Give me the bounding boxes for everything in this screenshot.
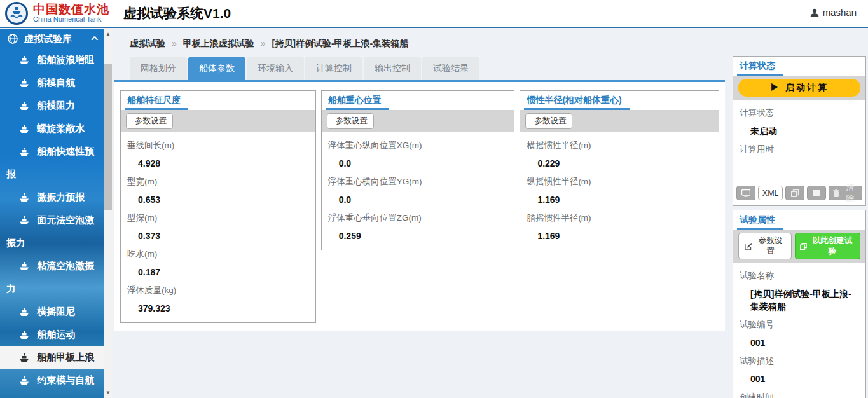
ship-icon	[19, 216, 29, 225]
sidebar-root-library[interactable]: 虚拟试验库 ^	[0, 29, 104, 48]
field-label: 型深(m)	[127, 212, 309, 224]
sidebar-item-label: 船舶波浪增阻	[37, 54, 94, 65]
sidebar-item-label: 船舶甲板上浪	[37, 352, 94, 362]
props-settings-button[interactable]: 参数设置	[738, 233, 792, 259]
field-row: 浮体质量(kg) 379.323	[127, 284, 309, 315]
main-area: 虚拟试验»甲板上浪虚拟试验»[拷贝]样例试验-甲板上浪-集装箱船 网格划分船体参…	[113, 29, 868, 398]
create-from-this-button[interactable]: 以此创建试验	[795, 233, 860, 259]
field-value	[750, 161, 859, 174]
props-settings-label: 参数设置	[755, 235, 785, 257]
calc-status-toolbar: ▶ 启动计算	[733, 76, 865, 100]
sidebar-item-1[interactable]: 船模自航	[0, 71, 104, 94]
panel-title: 船舶重心位置	[326, 93, 389, 110]
field-label: 计算用时	[740, 143, 859, 156]
field-row: 纵摇惯性半径(m) 1.169	[527, 175, 712, 206]
panel-settings-button[interactable]: 参数设置	[525, 113, 572, 129]
brand-block: 中国数值水池 China Numerical Tank	[33, 3, 109, 23]
ship-icon	[19, 125, 29, 134]
field-value: 0.0	[339, 157, 508, 170]
panel-settings-button[interactable]: 参数设置	[327, 113, 374, 129]
scrollbar-thumb[interactable]	[104, 64, 112, 210]
user-menu[interactable]: mashan	[810, 7, 857, 18]
field-label: 计算状态	[740, 107, 859, 120]
tab-5[interactable]: 试验结果	[422, 57, 479, 80]
sidebar-item-label: 横摇阻尼	[37, 306, 75, 317]
tab-3[interactable]: 计算控制	[305, 57, 362, 80]
field-label: 型宽(m)	[127, 175, 309, 188]
sidebar-item-6[interactable]: 面元法空泡激振力	[0, 209, 104, 254]
field-value: 0.653	[138, 193, 309, 206]
field-label: 创建时间	[740, 391, 859, 398]
user-icon	[810, 8, 819, 17]
field-label: 垂线间长(m)	[127, 139, 309, 152]
tab-1[interactable]: 船体参数	[188, 57, 245, 80]
field-value: 4.928	[138, 157, 309, 170]
calc-status-fields: 计算状态 未启动 计算用时	[733, 100, 865, 181]
tab-4[interactable]: 输出控制	[364, 57, 421, 80]
scroll-down-icon[interactable]: ▼	[104, 389, 113, 397]
sidebar-item-3[interactable]: 螺旋桨敞水	[0, 117, 104, 140]
field-row: 浮体重心横向位置YG(m) 0.0	[328, 175, 508, 206]
field-row: 横摇惯性半径(m) 0.229	[527, 139, 712, 170]
ship-icon	[19, 102, 29, 111]
tab-label: 输出控制	[375, 63, 410, 73]
field-label: 试验描述	[740, 355, 859, 367]
panel-toolbar: 参数设置	[520, 110, 719, 132]
sidebar-root-label: 虚拟试验库	[24, 33, 92, 45]
panel-settings-button[interactable]: 参数设置	[126, 113, 173, 129]
field-value: 1.169	[537, 193, 712, 206]
test-props-toolbar: 参数设置 以此创建试验	[733, 230, 865, 263]
sidebar-item-2[interactable]: 船模阻力	[0, 94, 104, 117]
sidebar-item-5[interactable]: 激振力预报	[0, 186, 104, 209]
field-row: 型深(m) 0.373	[127, 212, 309, 242]
sidebar-item-7[interactable]: 粘流空泡激振力	[0, 254, 104, 300]
field-value: 0.187	[138, 266, 309, 278]
field-value: 379.323	[138, 302, 309, 315]
breadcrumb-item-2: [拷贝]样例试验-甲板上浪-集装箱船	[272, 38, 409, 48]
duplicate-icon	[800, 243, 807, 250]
sidebar: 虚拟试验库 ^ 船舶波浪增阻 船模自航 船模阻力 螺旋桨敞水 船舶快速性预报 激…	[0, 29, 104, 398]
sidebar-item-0[interactable]: 船舶波浪增阻	[0, 48, 104, 71]
panel-toolbar: 参数设置	[121, 110, 315, 132]
sidebar-item-4[interactable]: 船舶快速性预报	[0, 140, 104, 186]
sidebar-item-8[interactable]: 横摇阻尼	[0, 300, 104, 323]
sidebar-item-label: 螺旋桨敞水	[37, 123, 85, 134]
field-row: 创建时间 2019-06-16	[740, 391, 859, 398]
sidebar-item-label: 激振力预报	[37, 191, 85, 202]
tab-label: 网格划分	[141, 63, 176, 73]
sidebar-item-label: 船舶运动	[37, 329, 75, 340]
breadcrumb-item-1[interactable]: 甲板上浪虚拟试验	[183, 38, 254, 48]
breadcrumb-separator: »	[172, 38, 177, 48]
start-calc-label: 启动计算	[785, 82, 829, 92]
create-from-this-label: 以此创建试验	[809, 235, 855, 257]
field-value: 001	[750, 373, 859, 385]
user-name: mashan	[823, 7, 857, 18]
chevron-up-icon[interactable]: ^	[92, 34, 99, 44]
field-label: 横摇惯性半径(m)	[527, 139, 712, 152]
scroll-up-icon[interactable]: ▲	[104, 31, 113, 38]
sidebar-item-10[interactable]: 船舶甲板上浪	[0, 346, 104, 369]
tab-0[interactable]: 网格划分	[130, 57, 187, 80]
ship-icon	[19, 331, 29, 340]
field-label: 吃水(m)	[127, 248, 309, 261]
tab-label: 船体参数	[199, 63, 235, 73]
panel-fields: 浮体重心纵向位置XG(m) 0.0 浮体重心横向位置YG(m) 0.0 浮体重心…	[322, 132, 514, 250]
monitor-button[interactable]	[736, 186, 755, 200]
panel-settings-label: 参数设置	[135, 116, 167, 127]
ship-icon	[19, 148, 29, 156]
copy-button[interactable]	[785, 186, 804, 200]
sidebar-item-9[interactable]: 船舶运动	[0, 323, 104, 346]
tab-pane-hull-params: 船舶特征尺度 参数设置 垂线间长(m) 4.928 型宽(m) 0.653 型深…	[114, 82, 725, 331]
param-panel-1: 船舶重心位置 参数设置 浮体重心纵向位置XG(m) 0.0 浮体重心横向位置YG…	[321, 90, 515, 250]
calc-status-actions: XML	[733, 181, 865, 205]
clear-button[interactable]: 清除	[829, 186, 862, 200]
sidebar-item-11[interactable]: 约束模与自航模	[0, 369, 104, 398]
start-calc-button[interactable]: ▶ 启动计算	[738, 79, 860, 97]
field-value: 未启动	[750, 125, 859, 137]
stop-button[interactable]	[807, 186, 826, 200]
tab-2[interactable]: 环境输入	[247, 57, 304, 80]
xml-button[interactable]: XML	[758, 186, 783, 200]
field-label: 浮体质量(kg)	[127, 284, 309, 297]
sidebar-scrollbar[interactable]: ▲ ▼	[104, 29, 113, 398]
breadcrumb-item-0[interactable]: 虚拟试验	[130, 38, 165, 48]
